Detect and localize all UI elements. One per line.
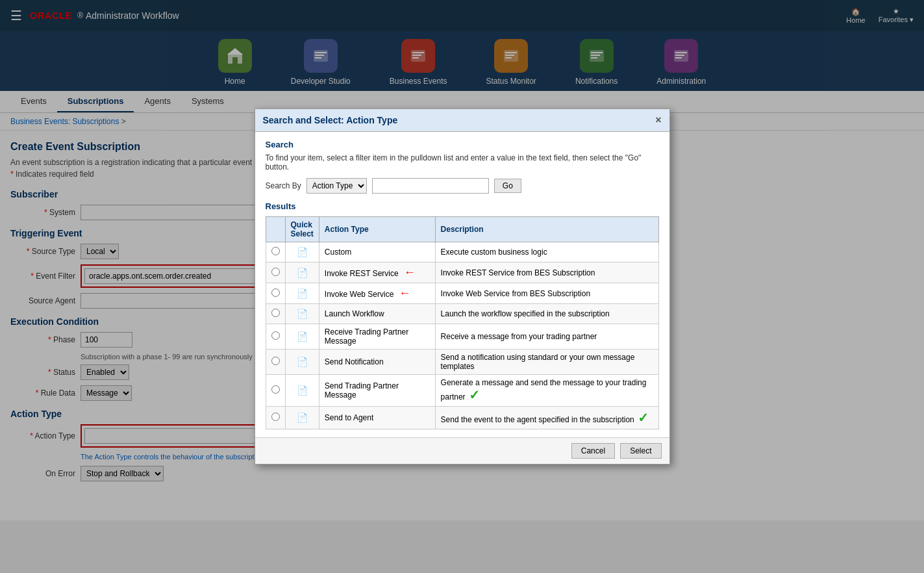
modal-footer: Cancel Select [255,437,669,464]
quick-select-icon-cell[interactable]: 📄 [285,304,319,324]
action-type-cell: Launch Workflow [319,304,435,324]
search-by-select[interactable]: Action Type [306,178,367,194]
table-row: 📄Send to AgentSend the event to the agen… [266,407,658,429]
table-row: 📄Launch WorkflowLaunch the workflow spec… [266,304,658,324]
table-row: 📄Send Trading Partner MessageGenerate a … [266,375,658,407]
action-type-radio-send_notif[interactable] [271,357,280,365]
red-arrow-icon: ← [404,266,416,279]
cancel-button[interactable]: Cancel [571,443,615,459]
action-type-radio-send_agent[interactable] [271,413,280,421]
table-row: 📄CustomExecute custom business logic [266,242,658,262]
select-button[interactable]: Select [620,443,661,459]
action-type-radio-invoke_rest[interactable] [271,268,280,276]
action-type-cell: Send Notification [319,350,435,375]
table-row: 📄Invoke REST Service←Invoke REST Service… [266,262,658,283]
results-table: Quick Select Action Type Description 📄Cu… [266,216,659,429]
description-cell: Execute custom business logic [435,242,658,262]
action-type-radio-custom[interactable] [271,247,280,255]
table-row: 📄Receive Trading Partner MessageReceive … [266,324,658,350]
quick-select-icon-cell[interactable]: 📄 [285,283,319,304]
quick-select-icon-cell[interactable]: 📄 [285,375,319,407]
modal-title: Search and Select: Action Type [263,115,398,125]
action-type-cell: Invoke Web Service← [319,283,435,304]
go-button[interactable]: Go [494,179,521,193]
action-type-cell: Custom [319,242,435,262]
document-icon: 📄 [295,266,308,279]
action-type-cell: Receive Trading Partner Message [319,324,435,350]
red-arrow-icon: ← [399,286,410,299]
document-icon: 📄 [295,411,308,424]
col-action-type: Action Type [319,217,435,242]
checkmark-icon: ✓ [466,388,481,402]
search-section-title: Search [266,140,659,149]
description-cell: Receive a message from your trading part… [435,324,658,350]
search-desc: To find your item, select a filter item … [266,153,659,172]
action-type-cell: Invoke REST Service← [319,262,435,283]
search-by-label: Search By [266,181,301,190]
document-icon: 📄 [295,355,308,368]
description-cell: Invoke Web Service from BES Subscription [435,283,658,304]
description-cell: Generate a message and send the message … [435,375,658,407]
document-icon: 📄 [295,384,308,397]
description-cell: Send a notification using standard or yo… [435,350,658,375]
col-radio [266,217,285,242]
quick-select-icon-cell[interactable]: 📄 [285,407,319,429]
action-type-radio-send_tp[interactable] [271,385,280,394]
action-type-radio-launch_wf[interactable] [271,309,280,317]
document-icon: 📄 [295,246,308,259]
quick-select-icon-cell[interactable]: 📄 [285,242,319,262]
quick-select-icon-cell[interactable]: 📄 [285,350,319,375]
table-row: 📄Send NotificationSend a notification us… [266,350,658,375]
document-icon: 📄 [295,330,308,343]
col-quick-select: Quick Select [285,217,319,242]
modal-overlay: Search and Select: Action Type × Search … [0,0,924,520]
action-type-cell: Send to Agent [319,407,435,429]
col-description: Description [435,217,658,242]
document-icon: 📄 [295,287,308,300]
modal-header: Search and Select: Action Type × [255,109,669,132]
search-select-modal: Search and Select: Action Type × Search … [255,108,670,465]
search-text-input[interactable] [372,178,489,194]
action-type-radio-receive_tp[interactable] [271,331,280,340]
results-section-title: Results [266,201,659,211]
checkmark-icon: ✓ [634,411,649,425]
quick-select-icon-cell[interactable]: 📄 [285,262,319,283]
document-icon: 📄 [295,307,308,320]
search-row: Search By Action Type Go [266,178,659,194]
quick-select-icon-cell[interactable]: 📄 [285,324,319,350]
action-type-cell: Send Trading Partner Message [319,375,435,407]
description-cell: Send the event to the agent specified in… [435,407,658,429]
table-row: 📄Invoke Web Service←Invoke Web Service f… [266,283,658,304]
modal-close-button[interactable]: × [655,114,661,126]
description-cell: Invoke REST Service from BES Subscriptio… [435,262,658,283]
modal-body: Search To find your item, select a filte… [255,132,669,437]
action-type-radio-invoke_web[interactable] [271,288,280,297]
description-cell: Launch the workflow specified in the sub… [435,304,658,324]
